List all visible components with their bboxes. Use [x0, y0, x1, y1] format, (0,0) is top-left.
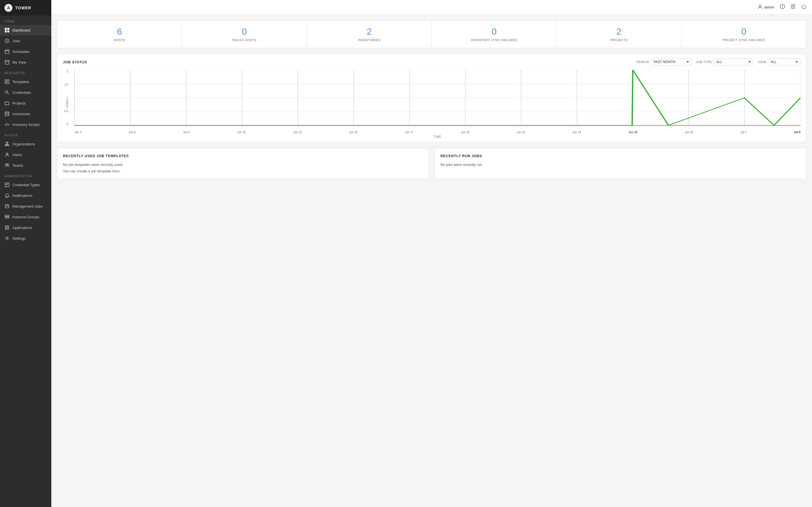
- my-view-icon: [4, 60, 10, 65]
- sidebar-item-label: Dashboard: [12, 28, 31, 33]
- users-icon: [4, 152, 10, 157]
- recently-run-jobs-title: RECENTLY RUN JOBS: [441, 154, 801, 158]
- schedules-icon: [4, 49, 10, 54]
- sidebar-item-credentials[interactable]: Credentials: [0, 87, 51, 98]
- svg-rect-17: [5, 112, 9, 116]
- sidebar-item-teams[interactable]: Teams: [0, 160, 51, 171]
- sidebar-item-templates[interactable]: Templates: [0, 76, 51, 87]
- sidebar-item-users[interactable]: Users: [0, 149, 51, 160]
- view-select[interactable]: ALL SUCCESSFUL FAILED: [768, 59, 801, 65]
- x-label: Jun 29: [685, 131, 693, 134]
- y-tick: 1: [64, 96, 68, 100]
- projects-icon: [4, 101, 10, 106]
- job-status-section: JOB STATUS PERIOD PAST MONTH PAST TWO WE…: [57, 54, 806, 142]
- sidebar-item-inventories[interactable]: Inventories: [0, 108, 51, 119]
- instance-groups-icon: [4, 214, 10, 219]
- svg-rect-0: [5, 28, 7, 30]
- app-logo: A: [4, 4, 12, 12]
- svg-rect-22: [5, 145, 7, 146]
- x-label: Jun 22: [517, 131, 525, 134]
- svg-line-16: [7, 93, 9, 94]
- stat-value: 0: [436, 27, 552, 37]
- x-label: Jun 19: [461, 131, 469, 134]
- sidebar-item-label: Instance Groups: [12, 215, 39, 219]
- svg-rect-1: [7, 28, 9, 30]
- bottom-sections: RECENTLY USED JOB TEMPLATES No job templ…: [57, 148, 806, 179]
- docs-icon[interactable]: [791, 4, 796, 10]
- stat-card-hosts: 6 HOSTS: [57, 20, 182, 48]
- x-label: Jun 17: [405, 131, 413, 134]
- recently-run-jobs-empty: No jobs were recently run.: [441, 163, 801, 167]
- sidebar-item-label: Jobs: [12, 39, 20, 43]
- recently-used-templates-title: RECENTLY USED JOB TEMPLATES: [63, 154, 423, 158]
- stat-card-inventory-sync-failures: 0 INVENTORY SYNC FAILURES: [432, 20, 557, 48]
- stat-card-failed-hosts: 0 FAILED HOSTS: [182, 20, 307, 48]
- stat-card-project-sync-failures: 0 PROJECT SYNC FAILURES: [681, 20, 806, 48]
- sidebar-item-management-jobs[interactable]: Management Jobs: [0, 201, 51, 212]
- svg-rect-21: [6, 142, 8, 143]
- notifications-icon: [4, 193, 10, 198]
- stat-label: HOSTS: [62, 38, 177, 42]
- sidebar-item-inventory-scripts[interactable]: Inventory Scripts: [0, 119, 51, 130]
- create-template-link[interactable]: here: [112, 169, 119, 173]
- svg-point-15: [5, 91, 8, 93]
- svg-point-48: [782, 5, 783, 6]
- sidebar-header: A TOWER: [0, 0, 51, 16]
- app-name: TOWER: [15, 6, 31, 10]
- sidebar-item-projects[interactable]: Projects: [0, 98, 51, 108]
- svg-rect-5: [5, 50, 9, 54]
- svg-point-42: [5, 228, 7, 230]
- svg-rect-2: [5, 31, 7, 33]
- period-select[interactable]: PAST MONTH PAST TWO WEEKS PAST WEEK PAST…: [651, 59, 691, 65]
- recently-used-templates-card: RECENTLY USED JOB TEMPLATES No job templ…: [57, 148, 429, 179]
- svg-rect-23: [7, 145, 9, 146]
- stat-label: PROJECT SYNC FAILURES: [686, 38, 802, 42]
- topbar: admin: [51, 0, 812, 15]
- x-label: Jun 10: [238, 131, 246, 134]
- sidebar-item-label: Inventory Scripts: [12, 122, 40, 127]
- sidebar-item-label: Management Jobs: [12, 204, 43, 209]
- recently-run-jobs-card: RECENTLY RUN JOBS No jobs were recently …: [435, 148, 806, 179]
- recently-used-templates-empty: No job templates were recently used.: [63, 163, 423, 167]
- y-tick: 0.5: [64, 110, 68, 113]
- sidebar-item-label: Teams: [12, 163, 23, 168]
- sidebar-item-dashboard[interactable]: Dashboard: [0, 25, 51, 36]
- stat-value: 2: [312, 27, 427, 37]
- dashboard-icon: [4, 27, 10, 33]
- sidebar-item-credential-types[interactable]: Credential Types: [0, 179, 51, 190]
- sidebar-item-my-view[interactable]: My View: [0, 57, 51, 68]
- sidebar-item-jobs[interactable]: Jobs: [0, 36, 51, 46]
- chart-container: JOBS 2 1.5 1 0.5 0: [63, 70, 801, 137]
- job-type-label: JOB TYPE: [696, 60, 712, 64]
- user-icon: [758, 4, 763, 10]
- jobs-icon: [4, 38, 10, 43]
- sidebar-item-instance-groups[interactable]: Instance Groups: [0, 212, 51, 222]
- sidebar-item-label: Projects: [12, 101, 26, 105]
- view-label: VIEW: [758, 60, 766, 64]
- stat-value: 0: [686, 27, 802, 37]
- job-type-select[interactable]: ALL PLAYBOOK RUNS COMMANDS SCM UPDATES I…: [714, 59, 753, 65]
- credentials-icon: [4, 90, 10, 95]
- svg-point-28: [6, 153, 8, 155]
- credential-types-icon: [4, 182, 10, 187]
- svg-point-40: [5, 226, 7, 227]
- y-axis-ticks: 2 1.5 1 0.5 0: [64, 70, 68, 126]
- settings-icon: [4, 236, 10, 241]
- templates-icon: [4, 79, 10, 84]
- sidebar-item-label: Settings: [12, 236, 26, 240]
- sidebar-item-schedules[interactable]: Schedules: [0, 46, 51, 57]
- inventory-scripts-icon: [4, 122, 10, 127]
- x-label: Jun 6: [129, 131, 136, 134]
- sidebar-item-applications[interactable]: Applications: [0, 222, 51, 233]
- stat-label: PROJECTS: [561, 38, 677, 42]
- x-axis-labels: Jun 3 Jun 6 Jun 8 Jun 10 Jun 13 Jun 15 J…: [74, 131, 801, 134]
- administration-section-label: ADMINISTRATION: [0, 171, 51, 179]
- sidebar-item-settings[interactable]: Settings: [0, 233, 51, 244]
- sidebar-item-organizations[interactable]: Organizations: [0, 138, 51, 149]
- power-icon[interactable]: [801, 4, 806, 10]
- sidebar-item-label: Credential Types: [12, 183, 40, 187]
- sidebar-item-notifications[interactable]: Notifications: [0, 190, 51, 201]
- sidebar-item-label: Organizations: [12, 142, 35, 146]
- view-control: VIEW ALL SUCCESSFUL FAILED: [758, 59, 801, 65]
- info-icon[interactable]: [780, 4, 785, 10]
